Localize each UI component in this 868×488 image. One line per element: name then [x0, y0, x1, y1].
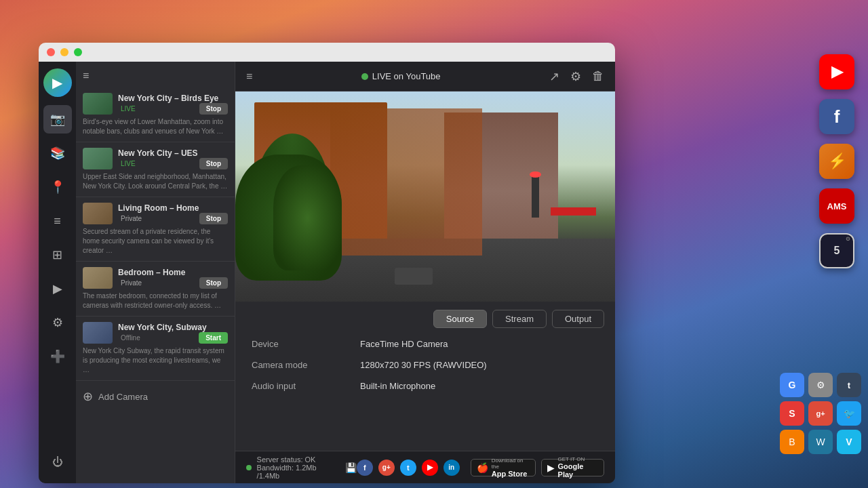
add-camera-label: Add Camera	[98, 392, 148, 402]
power-button[interactable]: ⏻	[43, 448, 72, 476]
tab-source[interactable]: Source	[433, 310, 487, 328]
sidebar-icons: ▶ 📷 📚 📍 ≡ ⊞ ▶ ⚙ ➕	[39, 62, 76, 483]
mini-wordpress-icon[interactable]: W	[808, 430, 833, 454]
app-logo[interactable]: ▶	[43, 68, 72, 97]
server-status-label: Server status: OK	[257, 455, 337, 464]
footer-social: f g+ t ▶ in	[357, 460, 460, 476]
sidebar-item-add[interactable]: ➕	[43, 342, 72, 371]
dock-s5-icon[interactable]: 5 ⊙	[819, 233, 854, 268]
sidebar-item-video[interactable]: ▶	[43, 274, 72, 303]
tab-output[interactable]: Output	[552, 310, 604, 328]
tab-stream[interactable]: Stream	[492, 310, 547, 328]
camera-status-3: Private	[118, 279, 144, 287]
dock-youtube-icon[interactable]: ▶	[819, 54, 854, 89]
sidebar-item-grid[interactable]: ⊞	[43, 241, 72, 269]
sidebar-item-settings[interactable]: ⚙	[43, 308, 72, 337]
trash-icon[interactable]: 🗑	[592, 69, 604, 83]
dock-lightning-icon[interactable]: ⚡	[819, 144, 854, 179]
camera-item-0[interactable]: New York City – Birds Eye LIVE Stop Bird…	[76, 87, 235, 142]
camera-desc-2: Secured stream of a private residence, t…	[83, 227, 228, 256]
app-body: ▶ 📷 📚 📍 ≡ ⊞ ▶ ⚙ ➕	[39, 62, 615, 483]
social-youtube-icon[interactable]: ▶	[422, 460, 438, 476]
menu-icon[interactable]: ≡	[246, 70, 252, 83]
camera-name-4: New York City, Subway	[118, 323, 228, 332]
live-dot	[361, 73, 368, 80]
settings-icon: ⚙	[52, 315, 63, 330]
hdd-icon: 💾	[345, 462, 357, 473]
minimize-button[interactable]	[60, 48, 68, 56]
audio-input-label: Audio input	[252, 381, 360, 391]
camera-list-panel: ≡ New York City – Birds Eye LIVE Stop Bi…	[76, 62, 235, 483]
audio-input-value: Built-in Microphone	[360, 381, 435, 391]
get-it-on-label: GET IT ON	[558, 456, 598, 462]
camera-desc-3: The master bedroom, connected to my list…	[83, 291, 228, 310]
camera-stop-button-3[interactable]: Stop	[199, 277, 228, 289]
close-button[interactable]	[47, 48, 55, 56]
source-details: Device FaceTime HD Camera Camera mode 12…	[235, 333, 615, 396]
device-value: FaceTime HD Camera	[360, 339, 448, 349]
camera-stop-button-0[interactable]: Stop	[199, 103, 228, 115]
settings-icon[interactable]: ⚙	[570, 69, 581, 84]
list-icon: ≡	[54, 214, 61, 228]
camera-list-header: ≡	[76, 62, 235, 87]
device-label: Device	[252, 339, 360, 349]
camera-thumb-3	[83, 267, 113, 289]
mini-blogger-icon[interactable]: B	[780, 430, 804, 454]
google-play-badge[interactable]: ▶ GET IT ON Google Play	[541, 459, 604, 476]
tabs-row: Source Stream Output	[235, 302, 615, 333]
social-linkedin-icon[interactable]: in	[443, 460, 460, 476]
app-store-label: App Store	[492, 470, 530, 478]
mini-vimeo-icon[interactable]: V	[837, 430, 861, 454]
camera-list-icon: 📷	[50, 112, 65, 127]
sidebar-item-library[interactable]: 📚	[43, 139, 72, 167]
camera-status-2: Private	[118, 214, 144, 223]
add-camera-button[interactable]: ⊕ Add Camera	[76, 381, 235, 412]
app-store-badge[interactable]: 🍎 Download on the App Store	[471, 459, 536, 476]
app-footer: Server status: OK Bandwidth: 1.2Mb /1.4M…	[235, 451, 615, 483]
mini-twitter-icon[interactable]: 🐦	[837, 401, 861, 426]
add-camera-plus-icon: ⊕	[83, 389, 93, 404]
mini-gplus-icon[interactable]: g+	[808, 401, 833, 426]
camera-desc-0: Bird's-eye view of Lower Manhattan, zoom…	[83, 117, 228, 136]
social-twitter-icon[interactable]: t	[400, 460, 416, 476]
camera-name-1: New York City – UES	[118, 148, 228, 158]
mini-google-icon[interactable]: G	[780, 373, 804, 397]
grid-icon: ⊞	[52, 247, 62, 262]
audio-input-row: Audio input Built-in Microphone	[252, 381, 599, 391]
right-dock: ▶ f ⚡ AMS 5 ⊙	[819, 54, 854, 268]
sidebar-item-location[interactable]: 📍	[43, 173, 72, 201]
camera-stop-button-2[interactable]: Stop	[199, 213, 228, 224]
server-status: Server status: OK Bandwidth: 1.2Mb /1.4M…	[246, 455, 357, 480]
camera-item-3[interactable]: Bedroom – Home Private Stop The master b…	[76, 262, 235, 317]
app-window: ▶ 📷 📚 📍 ≡ ⊞ ▶ ⚙ ➕	[39, 43, 615, 483]
camera-item-4[interactable]: New York City, Subway Offline Start New …	[76, 317, 235, 381]
camera-start-button-4[interactable]: Start	[199, 332, 228, 344]
camera-thumb-1	[83, 148, 113, 169]
sidebar-item-cameras[interactable]: 📷	[43, 105, 72, 134]
dock-ams-icon[interactable]: AMS	[819, 188, 854, 224]
mini-gear-icon[interactable]: ⚙	[808, 373, 833, 397]
video-preview	[235, 92, 615, 302]
camera-mode-row: Camera mode 868x488 30 FPS (RAWVIDEO)	[252, 360, 599, 370]
maximize-button[interactable]	[74, 48, 82, 56]
share-icon[interactable]: ↗	[549, 69, 559, 84]
hamburger-icon[interactable]: ≡	[83, 70, 89, 82]
video-icon: ▶	[53, 281, 62, 296]
bottom-dock: G ⚙ t S g+ 🐦 B W V	[780, 373, 861, 454]
camera-item-2[interactable]: Living Room – Home Private Stop Secured …	[76, 197, 235, 262]
camera-thumb-0	[83, 93, 113, 115]
camera-name-2: Living Room – Home	[118, 203, 228, 213]
camera-stop-button-1[interactable]: Stop	[199, 158, 228, 169]
location-icon: 📍	[50, 180, 65, 195]
status-dot	[246, 465, 252, 470]
social-gplus-icon[interactable]: g+	[378, 460, 395, 476]
dock-facebook-icon[interactable]: f	[819, 99, 854, 134]
download-on-label: Download on the	[492, 458, 530, 470]
social-facebook-icon[interactable]: f	[357, 460, 373, 476]
mini-s-icon[interactable]: S	[780, 401, 804, 426]
camera-item-1[interactable]: New York City – UES LIVE Stop Upper East…	[76, 142, 235, 197]
sidebar-item-list[interactable]: ≡	[43, 207, 72, 235]
google-play-label: Google Play	[558, 462, 598, 479]
mini-tumblr-icon[interactable]: t	[837, 373, 861, 397]
title-bar	[39, 43, 615, 62]
